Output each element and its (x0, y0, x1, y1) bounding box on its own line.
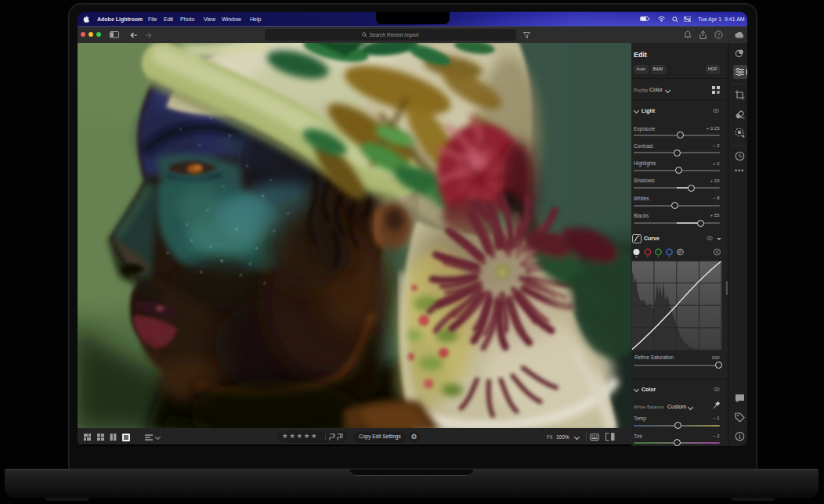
svg-text:?: ? (717, 32, 721, 38)
